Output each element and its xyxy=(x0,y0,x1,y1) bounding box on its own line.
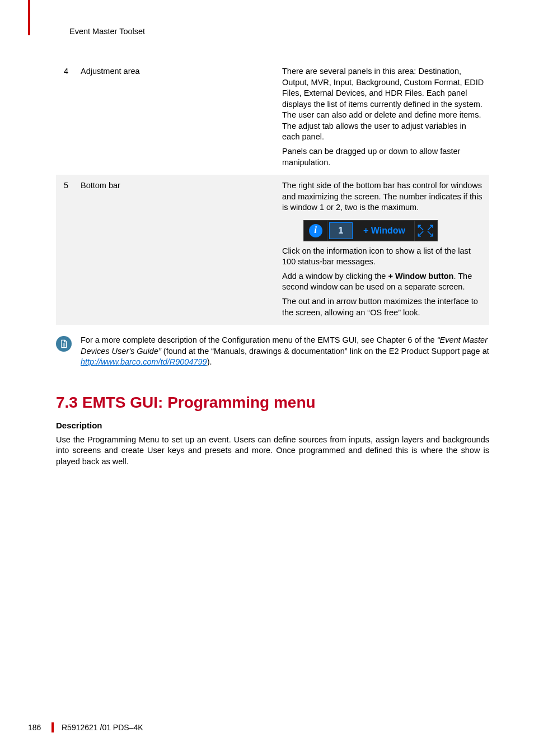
window-number-indicator[interactable]: 1 xyxy=(329,222,353,239)
support-link[interactable]: http://www.barco.com/td/R9004799 xyxy=(81,357,207,366)
info-button[interactable]: i xyxy=(304,221,327,241)
section-heading: 7.3 EMTS GUI: Programming menu xyxy=(56,394,489,412)
note-icon xyxy=(56,336,72,352)
desc-paragraph: Add a window by clicking the + Window bu… xyxy=(282,271,485,293)
table-row: 5 Bottom bar The right side of the botto… xyxy=(56,175,489,325)
row-description: The right side of the bottom bar has con… xyxy=(278,175,489,325)
desc-paragraph: There are several panels in this area: D… xyxy=(282,66,485,143)
note-text: For a more complete description of the C… xyxy=(81,335,489,368)
text-span: ). xyxy=(207,357,212,366)
row-label: Adjustment area xyxy=(76,60,278,175)
page-number: 186 xyxy=(28,723,49,732)
desc-paragraph: Panels can be dragged up or down to allo… xyxy=(282,146,485,168)
page-footer: 186 R5912621 /01 PDS–4K xyxy=(0,722,534,732)
info-icon: i xyxy=(309,224,322,237)
text-span: (found at the “Manuals, drawings & docum… xyxy=(161,347,489,356)
desc-paragraph: Click on the information icon to show a … xyxy=(282,246,485,268)
description-table: 4 Adjustment area There are several pane… xyxy=(56,60,489,325)
header-accent-bar xyxy=(28,0,30,35)
row-number: 5 xyxy=(56,175,76,325)
footer-accent-bar xyxy=(51,722,54,732)
add-window-button[interactable]: + Window xyxy=(354,221,415,241)
maximize-button[interactable]: ↖↗ ↙↘ xyxy=(415,221,437,241)
running-header: Event Master Toolset xyxy=(69,27,489,36)
document-id: R5912621 /01 PDS–4K xyxy=(62,723,143,732)
expand-icon: ↙↘ xyxy=(416,231,435,237)
note-block: For a more complete description of the C… xyxy=(56,333,489,370)
row-number: 4 xyxy=(56,60,76,175)
text-bold: + Window button xyxy=(388,272,453,281)
text-span: Add a window by clicking the xyxy=(282,272,388,281)
section-body: Use the Programming Menu to set up an ev… xyxy=(56,435,489,468)
desc-paragraph: The right side of the bottom bar has con… xyxy=(282,180,485,213)
row-description: There are several panels in this area: D… xyxy=(278,60,489,175)
table-row: 4 Adjustment area There are several pane… xyxy=(56,60,489,175)
section-subheading: Description xyxy=(56,421,489,430)
desc-paragraph: The out and in arrow button maximizes th… xyxy=(282,296,485,318)
bottom-bar-figure: i 1 + Window ↖↗ ↙↘ xyxy=(303,220,438,241)
row-label: Bottom bar xyxy=(76,175,278,325)
text-span: For a more complete description of the C… xyxy=(81,335,437,344)
